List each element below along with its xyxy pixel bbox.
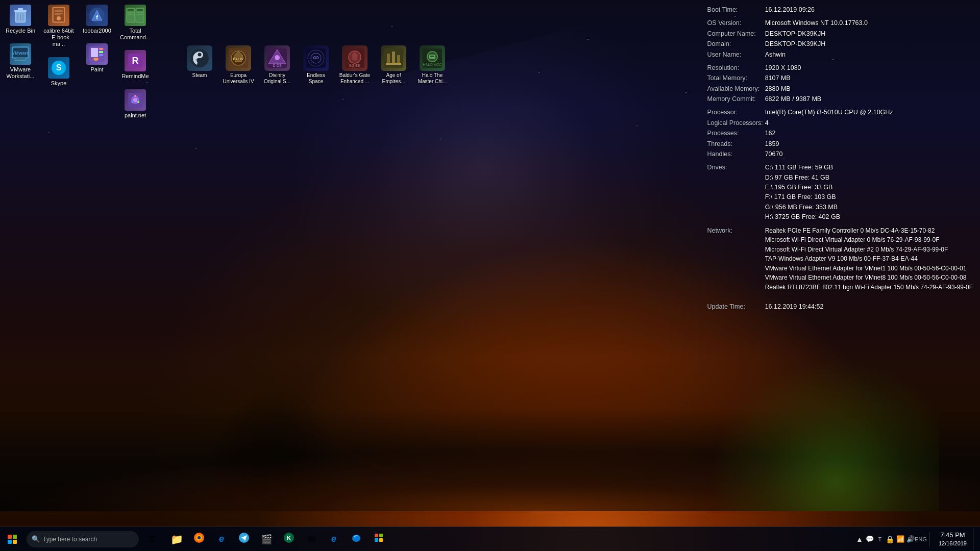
tray-ime-button[interactable]: T [875, 534, 885, 544]
foobar-icon: f [86, 5, 108, 26]
memory-commit-value: 6822 MB / 9387 MB [765, 94, 975, 105]
desktop-icon-totalcmd[interactable]: Total Command... [117, 3, 153, 43]
desktop-icon-vmware[interactable]: VMware VMware Workstati... [3, 41, 38, 82]
svg-point-43 [137, 101, 139, 103]
resolution-value: 1920 X 1080 [765, 63, 975, 73]
user-name-label: User Name: [707, 50, 765, 60]
divinity-icon: D:OS [264, 45, 290, 71]
clock-date: 12/16/2019 [939, 540, 967, 547]
steam-icon [187, 45, 212, 71]
search-bar[interactable]: 🔍 Type here to search [27, 531, 139, 547]
svg-text:K: K [287, 535, 291, 542]
telegram-icon [238, 532, 250, 546]
kaspersky-icon: K [283, 532, 295, 546]
available-memory-label: Available Memory: [707, 84, 765, 94]
sysinfo-widget: Boot Time: 16.12.2019 09:26 OS Version: … [707, 5, 975, 312]
start-button[interactable] [0, 527, 24, 552]
recycle-bin-label: Recycle Bin [6, 28, 35, 34]
svg-text:∞: ∞ [313, 53, 318, 62]
taskbar-kaspersky-button[interactable]: K [278, 528, 300, 550]
game-icon-age[interactable]: Age of Empires... [375, 43, 412, 87]
tray-expand-button[interactable]: ▲ [854, 534, 865, 544]
svg-point-44 [131, 101, 133, 103]
available-memory-value: 2880 MB [765, 84, 975, 94]
show-desktop-button[interactable] [973, 528, 976, 550]
desktop-icon-recycle-bin[interactable]: Recycle Bin [3, 3, 38, 36]
taskbar-ie-button[interactable]: e [210, 528, 233, 550]
svg-rect-81 [379, 538, 383, 542]
taskbar-new-edge-button[interactable] [345, 528, 368, 550]
europa-label: Europa Universalis IV [222, 72, 255, 85]
media-icon: 🎬 [261, 534, 272, 545]
totalcmd-label: Total Command... [119, 28, 151, 41]
taskbar-clock[interactable]: 7:45 PM 12/16/2019 [933, 531, 973, 548]
desktop-icon-skype[interactable]: S Skype [41, 55, 77, 89]
totalcmd-icon [125, 5, 146, 26]
svg-rect-8 [16, 58, 25, 60]
game-icon-europa[interactable]: EU IV Europa Universalis IV [220, 43, 257, 87]
svg-rect-32 [137, 9, 143, 11]
tray-network-button[interactable]: 📶 [895, 534, 905, 544]
svg-rect-26 [99, 51, 103, 53]
desktop-icon-calibre[interactable]: calibre 64bit - E-book ma... [41, 3, 77, 50]
threads-label: Threads: [707, 139, 765, 149]
svg-text:BG:EE: BG:EE [349, 64, 360, 67]
desktop-icon-paint[interactable]: Paint [79, 41, 115, 75]
desktop-icon-paintnet[interactable]: paint.net [117, 87, 153, 121]
paint-label: Paint [90, 66, 103, 73]
svg-point-42 [134, 95, 136, 97]
svg-rect-1 [14, 10, 27, 12]
tray-chat-button[interactable]: 💬 [865, 534, 875, 544]
taskbar-edge-button[interactable]: e [323, 528, 345, 550]
tray-input-button[interactable]: ENG [916, 534, 926, 544]
svg-text:f: f [96, 14, 98, 20]
taskbar: 🔍 Type here to search ⧉ 📁 e [0, 527, 980, 551]
chat-icon: 💬 [866, 535, 874, 543]
taskbar-telegram-button[interactable] [233, 528, 255, 550]
svg-point-73 [198, 536, 201, 539]
search-icon: 🔍 [32, 535, 40, 543]
endless-icon: ∞ [303, 45, 329, 71]
halo-label: Halo The Master Chi... [416, 72, 449, 85]
baldurs-label: Baldur's Gate Enhanced ... [338, 72, 371, 85]
skype-label: Skype [51, 80, 67, 87]
boot-time-label: Boot Time: [707, 5, 765, 15]
svg-rect-27 [99, 54, 103, 56]
svg-rect-78 [375, 534, 378, 537]
taskbar-store-button[interactable] [368, 528, 390, 550]
svg-text:EU IV: EU IV [233, 57, 244, 61]
update-time-label: Update Time: [707, 302, 765, 312]
game-icon-divinity[interactable]: D:OS Divinity Original S... [259, 43, 296, 87]
network-label: Network: [707, 226, 765, 293]
svg-rect-65 [386, 63, 401, 65]
game-icon-endless[interactable]: ∞ Endless Space [298, 43, 334, 87]
store-icon [373, 532, 384, 546]
skype-icon: S [48, 57, 69, 79]
taskbar-media-button[interactable]: 🎬 [255, 528, 278, 550]
svg-rect-9 [14, 60, 27, 61]
svg-point-41 [133, 98, 137, 102]
ie-icon: e [219, 534, 224, 544]
svg-rect-80 [375, 538, 378, 542]
edge-icon: e [331, 534, 336, 544]
desktop-icon-remindme[interactable]: R RemindMe [117, 48, 153, 82]
task-view-button[interactable]: ⧉ [141, 528, 163, 550]
calibre-label: calibre 64bit - E-book ma... [43, 28, 75, 48]
desktop-icon-foobar[interactable]: f foobar2000 [79, 3, 115, 36]
tray-volume-button[interactable]: 🔊 [905, 534, 916, 544]
europa-icon: EU IV [226, 45, 251, 71]
steam-label: Steam [192, 72, 207, 79]
tray-lock-button[interactable]: 🔒 [885, 534, 895, 544]
svg-rect-69 [430, 56, 434, 57]
lock-icon: 🔒 [886, 535, 894, 543]
game-icon-steam[interactable]: Steam [181, 43, 218, 87]
total-memory-label: Total Memory: [707, 73, 765, 84]
game-icon-halo[interactable]: HALO MCC Halo The Master Chi... [414, 43, 451, 87]
drives-label: Drives: [707, 163, 765, 222]
tray-divider [929, 532, 929, 546]
search-placeholder: Type here to search [43, 536, 97, 543]
taskbar-mail-button[interactable]: ✉ [300, 528, 323, 550]
game-icon-baldurs[interactable]: BG:EE Baldur's Gate Enhanced ... [336, 43, 373, 87]
taskbar-explorer-button[interactable]: 📁 [165, 528, 188, 550]
taskbar-firefox-button[interactable] [188, 528, 210, 550]
